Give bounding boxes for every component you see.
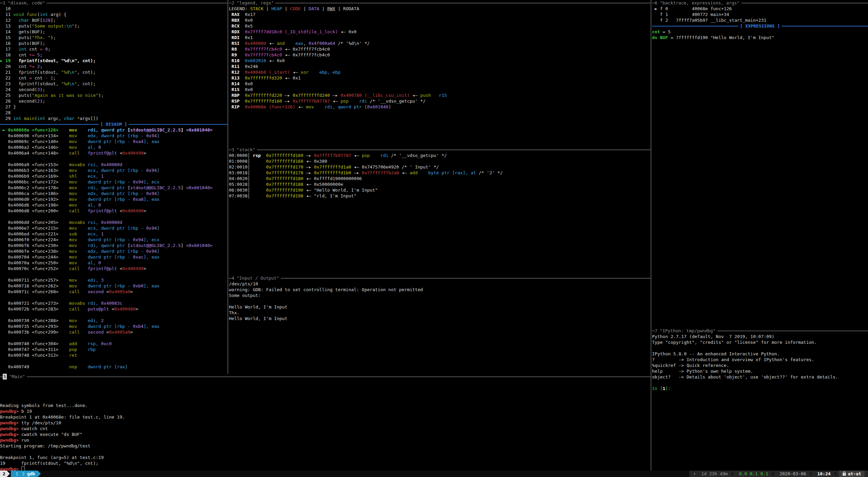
program-io-output[interactable]: /dev/pts/10warning: GDB: Failed to set c… — [229, 281, 651, 321]
pane-index: 7 — [655, 328, 657, 334]
uptime-value: 1d 23h 49m — [701, 471, 728, 476]
chevron-left-icon — [834, 472, 838, 476]
pane-border-vertical-left[interactable] — [228, 0, 228, 374]
gdb-transcript[interactable]: Reading symbols from test...done.pwndbg>… — [0, 379, 651, 471]
pane-title-text: "Input / Output" — [237, 275, 279, 281]
disassembly-listing[interactable]: ► 0x40068e <func+126> mov rdi, qword ptr… — [0, 127, 228, 370]
status-date: 2020-03-06 — [777, 471, 809, 477]
pane-title-text: "legend, regs" — [237, 0, 274, 6]
pane-title-text: "disasm, code" — [8, 0, 45, 6]
uptime-arrow-icon: ↑ — [693, 471, 696, 476]
pane-title-legend-regs: 2"legend, regs" — [229, 0, 651, 6]
pane-title-stack: 3"stack" — [229, 147, 651, 153]
pane-ipython[interactable]: 7"IPython: tmp/pwndbg" Python 2.7.17 (de… — [652, 328, 868, 471]
pane-title-ipython: 7"IPython: tmp/pwndbg" — [652, 328, 868, 334]
pane-index-active: 5 — [3, 374, 7, 379]
chevron-left-icon — [731, 472, 736, 476]
pane-title-disasm-code: 1"disasm, code" — [0, 0, 228, 6]
pane-input-output[interactable]: 4"Input / Output" /dev/pts/10warning: GD… — [229, 275, 651, 374]
expressions-section-separator: [ EXPRESSIONS ] — [652, 23, 868, 29]
source-code-listing[interactable]: 10 11 void func(int arg) { 12 char BUF[1… — [0, 6, 228, 121]
tmux-terminal: 1"disasm, code" 10 11 void func(int arg)… — [0, 0, 868, 477]
ipython-console[interactable]: Python 2.7.17 (default, Nov 7 2019, 10:0… — [652, 334, 868, 391]
chevron-left-icon — [810, 472, 814, 476]
disasm-section-label: [ DISASM ] — [99, 121, 129, 127]
window-index-chip[interactable]: 2 — [0, 471, 10, 477]
pane-index: 2 — [232, 0, 234, 6]
hostname-segment: at-at — [839, 471, 865, 477]
tmux-status-bar: 2 1 gdb ↑ 1d 23h 49m 0.0 0.1 0.1 2020-03… — [0, 471, 868, 477]
status-time: 10:24 — [815, 471, 833, 477]
session-index: 1 — [16, 471, 18, 477]
pane-title-text: "backtrace, expressions, args" — [660, 0, 740, 6]
pane-title-text: "IPython: tmp/pwndbg" — [660, 328, 716, 334]
disasm-section-separator: [ DISASM ] — [0, 121, 228, 127]
pane-title-backtrace: 6"backtrace, expressions, args" — [652, 0, 868, 6]
pane-main-gdb[interactable]: 5"Main" Reading symbols from test...done… — [0, 374, 651, 471]
pane-title-text: "stack" — [237, 147, 255, 153]
lock-icon — [843, 472, 846, 476]
pane-disasm-code[interactable]: 1"disasm, code" 10 11 void func(int arg)… — [0, 0, 228, 374]
watch-expressions-listing[interactable]: cnt = 5ds BUF = 7fffffffd190 "Hello Worl… — [652, 29, 868, 40]
chevron-left-icon — [772, 472, 776, 476]
pane-title-input-output: 4"Input / Output" — [229, 275, 651, 281]
session-window-chip[interactable]: 1 gdb — [11, 471, 41, 477]
expressions-section-label: [ EXPRESSIONS ] — [738, 23, 781, 29]
pane-border-vertical-right[interactable] — [651, 0, 651, 471]
pane-title-main: 5"Main" — [0, 374, 651, 379]
backtrace-listing[interactable]: ► f 0 40068e func+126 f 1 400772 main+34… — [652, 6, 868, 23]
pane-legend-regs[interactable]: 2"legend, regs" LEGEND: STACK | HEAP | C… — [229, 0, 651, 147]
chevron-right-icon — [21, 472, 24, 476]
pane-stack[interactable]: 3"stack" 00:0000│ rsp 0x7fffffffd160 —▸ … — [229, 147, 651, 275]
load-average: 0.0 0.1 0.1 — [736, 471, 771, 477]
pane-index: 4 — [232, 275, 234, 281]
hostname: at-at — [848, 471, 861, 477]
window-name: gdb — [27, 471, 35, 477]
uptime-indicator: ↑ 1d 23h 49m — [691, 471, 731, 477]
registers-listing[interactable]: LEGEND: STACK | HEAP | CODE | DATA | RWX… — [229, 6, 651, 110]
stack-listing[interactable]: 00:0000│ rsp 0x7fffffffd160 —▸ 0x7ffff7b… — [229, 153, 651, 199]
pane-title-text: "Main" — [9, 374, 25, 379]
pane-index: 1 — [3, 0, 5, 6]
pane-index: 6 — [655, 0, 657, 6]
status-right: ↑ 1d 23h 49m 0.0 0.1 0.1 2020-03-06 10:2… — [689, 471, 868, 477]
pane-index: 3 — [232, 147, 234, 153]
window-index: 2 — [3, 471, 5, 477]
pane-backtrace-expressions[interactable]: 6"backtrace, expressions, args" ► f 0 40… — [652, 0, 868, 328]
